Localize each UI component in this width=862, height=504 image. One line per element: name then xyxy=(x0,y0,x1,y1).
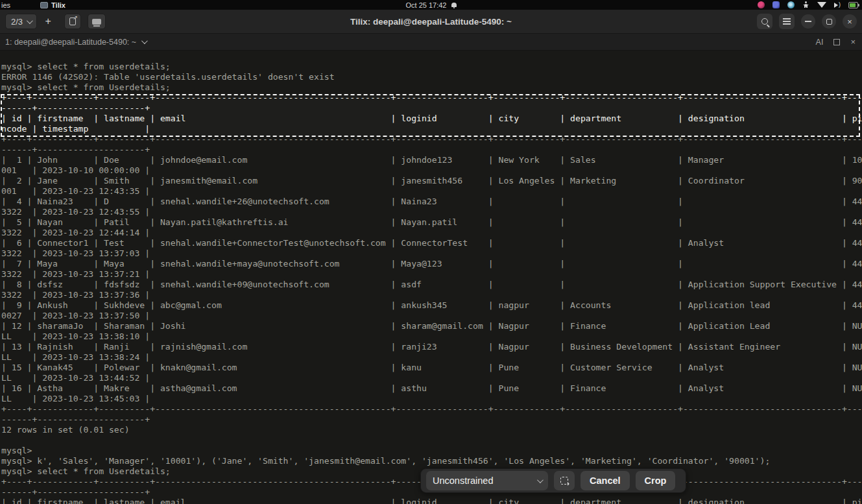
maximize-icon xyxy=(826,19,832,25)
new-session-button[interactable]: + xyxy=(41,14,55,29)
gnome-top-bar: ies Tilix Oct 25 17:42 ) xyxy=(0,0,862,10)
maximize-button[interactable] xyxy=(822,14,836,29)
terminal-line: LL | 2023-10-23 13:44:52 | xyxy=(1,373,862,383)
terminal-line: mysql> k', 'Sales', 'Manager', '10001'),… xyxy=(1,456,862,466)
browser-icon[interactable] xyxy=(787,1,795,8)
terminal-line: ------+---------------------+ xyxy=(1,145,862,155)
accessibility-icon[interactable] xyxy=(802,1,809,8)
focused-app-menu[interactable]: Tilix xyxy=(40,1,66,9)
terminal-line: | 16 | Astha | Makre | astha@gmail.com |… xyxy=(1,383,862,394)
terminal-line: +----+------------+----------+----------… xyxy=(1,93,862,103)
terminal-line: | 6 | Connector1 | Test | snehal.wandile… xyxy=(1,238,862,248)
search-icon xyxy=(761,18,768,25)
maximize-pane-icon[interactable] xyxy=(833,39,840,45)
terminal-line: ------+---------------------+ xyxy=(1,103,862,114)
terminal-line: | 7 | Maya | Maya | snehal.wandile+maya@… xyxy=(1,259,862,269)
open-new-window-button[interactable] xyxy=(64,14,81,29)
app-indicator-icon[interactable] xyxy=(758,1,765,8)
terminal-session-bar: 1: deepali@deepali-Latitude-5490: ~ AI × xyxy=(0,34,862,51)
session-counter: 2/3 xyxy=(11,17,23,27)
window-title: Tilix: deepali@deepali-Latitude-5490: ~ xyxy=(0,17,862,27)
minimize-button[interactable] xyxy=(801,14,815,29)
terminal-line xyxy=(1,435,862,446)
focused-app-name: Tilix xyxy=(51,1,66,9)
terminal-line: 12 rows in set (0.01 sec) xyxy=(1,425,862,435)
terminal-line: 3322 | 2023-10-23 12:43:55 | xyxy=(1,207,862,217)
terminal-line: | 13 | Rajnish | Ranji | rajnish@gmail.c… xyxy=(1,342,862,352)
battery-icon[interactable] xyxy=(848,2,858,8)
terminal-line: mysql> select * from Userdetails; xyxy=(1,82,862,93)
terminal-right-label: AI xyxy=(816,38,824,47)
tilix-title-bar: 2/3 + Tilix: deepali@deepali-Latitude-54… xyxy=(0,10,862,34)
teams-icon[interactable] xyxy=(772,1,780,8)
terminal-line: | 9 | Ankush | Sukhdeve | abc@gmal.com |… xyxy=(1,300,862,311)
crop-button[interactable]: Crop xyxy=(636,471,676,490)
clock[interactable]: Oct 25 17:42 xyxy=(406,1,447,9)
terminal-line: | 4 | Naina23 | D | snehal.wandile+26@un… xyxy=(1,197,862,207)
terminal-title: 1: deepali@deepali-Latitude-5490: ~ xyxy=(5,38,136,47)
notification-bell-icon xyxy=(451,3,457,7)
terminal-line: ERROR 1146 (42S02): Table 'userdetails.u… xyxy=(1,72,862,82)
rotate-crop-button[interactable] xyxy=(554,471,575,490)
new-window-icon xyxy=(69,18,76,25)
terminal-line: 0027 | 2023-10-23 13:37:50 | xyxy=(1,311,862,321)
terminal-line: mysql> select * from userdetails; xyxy=(1,62,862,72)
terminal-line: 3322 | 2023-10-23 12:44:14 | xyxy=(1,228,862,238)
chevron-down-icon xyxy=(141,38,148,44)
terminal-line: mysql> xyxy=(1,446,862,456)
tilix-app-icon xyxy=(40,2,48,8)
terminal-line: 3322 | 2023-10-23 13:37:21 | xyxy=(1,269,862,280)
terminal-line: LL | 2023-10-23 13:38:24 | xyxy=(1,352,862,363)
terminal-line: ------+---------------------+ xyxy=(1,414,862,425)
terminal-line: ncode | timestamp | xyxy=(1,124,862,134)
terminal-line: 001 | 2023-10-23 12:43:35 | xyxy=(1,186,862,197)
terminal-line: LL | 2023-10-23 13:38:10 | xyxy=(1,331,862,342)
menu-button[interactable] xyxy=(779,14,795,29)
aspect-ratio-value: Unconstrained xyxy=(433,475,494,486)
terminal-title-dropdown[interactable]: 1: deepali@deepali-Latitude-5490: ~ xyxy=(5,38,146,47)
crop-toolbar: Unconstrained Cancel Crop xyxy=(420,468,686,493)
minimize-icon xyxy=(805,21,811,22)
terminal-line: | 15 | Kanak45 | Polewar | knakn@gmail.c… xyxy=(1,363,862,373)
hamburger-icon xyxy=(783,21,791,22)
cancel-button[interactable]: Cancel xyxy=(581,471,630,490)
chevron-down-icon xyxy=(27,18,33,24)
terminal-line: | id | firstname | lastname | email | lo… xyxy=(1,114,862,124)
terminal-line: | 5 | Nayan | Patil | Nayan.patil@kathre… xyxy=(1,217,862,228)
terminal-line: | 8 | dsfsz | fdsfsdz | snehal.wandile+0… xyxy=(1,280,862,290)
close-pane-icon[interactable]: × xyxy=(850,37,856,47)
volume-icon[interactable]: ) xyxy=(834,2,841,8)
terminal-line: 3322 | 2023-10-23 13:37:03 | xyxy=(1,248,862,259)
rotate-crop-icon xyxy=(560,477,568,485)
chevron-down-icon xyxy=(537,477,544,483)
terminal-line: LL | 2023-10-23 13:45:03 | xyxy=(1,394,862,404)
terminal-line: | id | firstname | lastname | email | lo… xyxy=(1,498,862,504)
terminal-line: +----+------------+----------+----------… xyxy=(1,404,862,414)
close-button[interactable]: × xyxy=(843,14,857,29)
terminal-line: 001 | 2023-10-10 00:00:00 | xyxy=(1,165,862,176)
terminal-line: | 2 | Jane | Smith | janesmith@email.com… xyxy=(1,176,862,186)
terminal-icon xyxy=(92,19,101,25)
search-button[interactable] xyxy=(757,14,772,29)
terminal-line: | 12 | sharamaJo | Sharaman | Joshi | sh… xyxy=(1,321,862,331)
terminal-lines: mysql> select * from userdetails;ERROR 1… xyxy=(1,62,862,504)
terminal-marker-button[interactable] xyxy=(88,14,106,29)
activities-button[interactable]: ies xyxy=(1,1,10,9)
wifi-icon[interactable] xyxy=(817,2,826,8)
terminal-line: +----+------------+----------+----------… xyxy=(1,134,862,145)
session-switcher-button[interactable]: 2/3 xyxy=(5,14,37,29)
terminal-line: | 1 | John | Doe | johndoe@email.com | j… xyxy=(1,155,862,165)
terminal-output[interactable]: mysql> select * from userdetails;ERROR 1… xyxy=(0,51,862,504)
screen: ies Tilix Oct 25 17:42 ) 2/3 + xyxy=(0,0,862,504)
terminal-line: 3322 | 2023-10-23 13:37:36 | xyxy=(1,290,862,300)
system-tray: ) xyxy=(758,1,862,8)
aspect-ratio-select[interactable]: Unconstrained xyxy=(426,471,548,490)
